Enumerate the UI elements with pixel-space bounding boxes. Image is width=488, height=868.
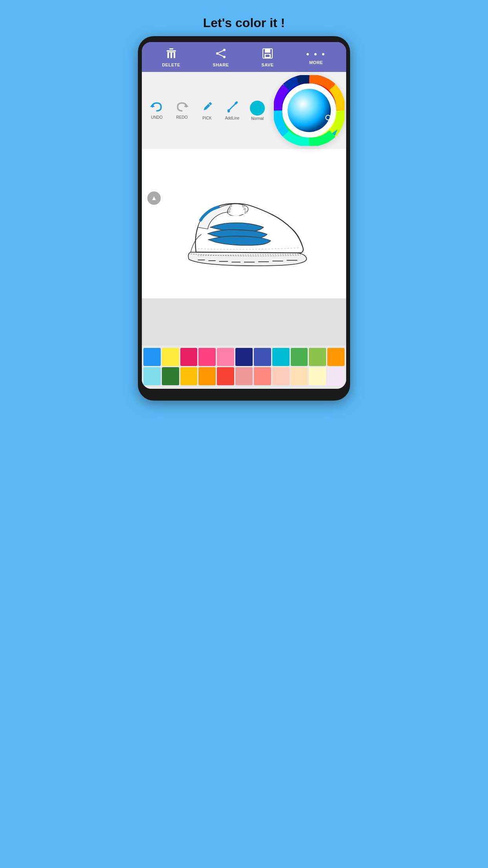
share-label: SHARE xyxy=(213,63,229,67)
addline-tool[interactable]: AddLine xyxy=(224,101,241,120)
more-label: MORE xyxy=(309,60,323,65)
swatch-deep-orange[interactable] xyxy=(198,367,216,385)
swatch-pale-purple[interactable] xyxy=(327,367,345,385)
swatch-peach[interactable] xyxy=(272,367,290,385)
svg-line-9 xyxy=(218,51,224,53)
swatch-light-green[interactable] xyxy=(309,348,326,366)
palette-row-2 xyxy=(143,367,345,385)
swatch-pale-orange[interactable] xyxy=(291,367,308,385)
swatch-light-cyan[interactable] xyxy=(143,367,161,385)
delete-label: DELETE xyxy=(162,63,180,67)
pick-icon xyxy=(201,101,213,115)
svg-point-8 xyxy=(223,56,226,58)
swatch-yellow[interactable] xyxy=(162,348,179,366)
redo-tool[interactable]: REDO xyxy=(173,101,191,120)
up-arrow-icon[interactable]: ▲ xyxy=(147,191,161,205)
save-button[interactable]: SAVE xyxy=(261,48,273,67)
tools-row: UNDO REDO xyxy=(142,72,346,149)
svg-rect-5 xyxy=(167,52,175,53)
palette-row-1 xyxy=(143,348,345,366)
swatch-pink-light[interactable] xyxy=(235,367,253,385)
normal-color-circle xyxy=(250,101,265,116)
more-icon: • • • xyxy=(306,50,326,59)
phone-body: DELETE SHARE xyxy=(138,36,350,401)
svg-point-25 xyxy=(230,205,232,207)
svg-rect-14 xyxy=(266,55,270,57)
undo-label: UNDO xyxy=(151,115,162,120)
svg-text:✦: ✦ xyxy=(216,232,220,237)
swatch-indigo[interactable] xyxy=(254,348,271,366)
swatch-dark-green[interactable] xyxy=(162,367,179,385)
share-icon xyxy=(215,48,227,61)
collapse-button[interactable]: ▲ xyxy=(147,191,161,205)
color-wheel-popup[interactable] xyxy=(274,75,345,146)
phone-container: Let's color it ! xyxy=(138,8,350,401)
addline-label: AddLine xyxy=(225,116,240,120)
svg-point-28 xyxy=(244,208,246,210)
svg-point-30 xyxy=(245,211,247,213)
save-icon xyxy=(262,48,273,61)
svg-point-21 xyxy=(288,89,331,132)
normal-label: Normal xyxy=(251,116,264,121)
svg-rect-2 xyxy=(167,52,169,58)
undo-tool[interactable]: UNDO xyxy=(148,101,165,120)
drawing-canvas[interactable]: ▲ xyxy=(142,149,346,298)
svg-point-26 xyxy=(242,205,244,207)
svg-rect-4 xyxy=(174,52,175,58)
pick-tool[interactable]: PICK xyxy=(198,101,216,120)
swatch-navy[interactable] xyxy=(235,348,253,366)
pick-label: PICK xyxy=(202,116,211,120)
svg-line-10 xyxy=(218,54,224,57)
svg-rect-0 xyxy=(167,50,176,51)
swatch-salmon[interactable] xyxy=(254,367,271,385)
normal-tool[interactable]: Normal xyxy=(249,101,266,121)
svg-rect-19 xyxy=(227,109,230,112)
swatch-amber[interactable] xyxy=(180,367,198,385)
swatch-pale-yellow[interactable] xyxy=(309,367,326,385)
svg-rect-1 xyxy=(169,48,173,50)
redo-icon xyxy=(175,101,189,114)
svg-point-6 xyxy=(216,52,218,55)
sneaker-image: ✦ xyxy=(169,169,319,279)
svg-rect-12 xyxy=(265,49,270,53)
swatch-light-pink[interactable] xyxy=(217,348,234,366)
more-button[interactable]: • • • MORE xyxy=(306,50,326,65)
save-label: SAVE xyxy=(261,63,273,67)
color-wheel-container xyxy=(274,75,345,146)
color-palette xyxy=(142,346,346,389)
swatch-orange[interactable] xyxy=(327,348,345,366)
svg-rect-3 xyxy=(171,52,172,58)
bottom-scroll-area xyxy=(142,298,346,346)
app-title: Let's color it ! xyxy=(138,8,350,36)
swatch-cyan[interactable] xyxy=(272,348,290,366)
swatch-hot-pink[interactable] xyxy=(198,348,216,366)
color-wheel-svg xyxy=(274,75,345,146)
svg-point-7 xyxy=(223,49,226,51)
top-toolbar: DELETE SHARE xyxy=(142,42,346,72)
phone-screen: DELETE SHARE xyxy=(142,42,346,389)
redo-label: REDO xyxy=(176,115,188,120)
swatch-red[interactable] xyxy=(217,367,234,385)
swatch-magenta[interactable] xyxy=(180,348,198,366)
swatch-green[interactable] xyxy=(291,348,308,366)
share-button[interactable]: SHARE xyxy=(213,48,229,67)
addline-icon xyxy=(226,101,238,115)
delete-button[interactable]: DELETE xyxy=(162,48,180,67)
delete-icon xyxy=(165,48,177,61)
svg-point-27 xyxy=(229,208,231,210)
swatch-blue[interactable] xyxy=(143,348,161,366)
svg-point-29 xyxy=(228,211,230,213)
undo-icon xyxy=(150,101,163,114)
